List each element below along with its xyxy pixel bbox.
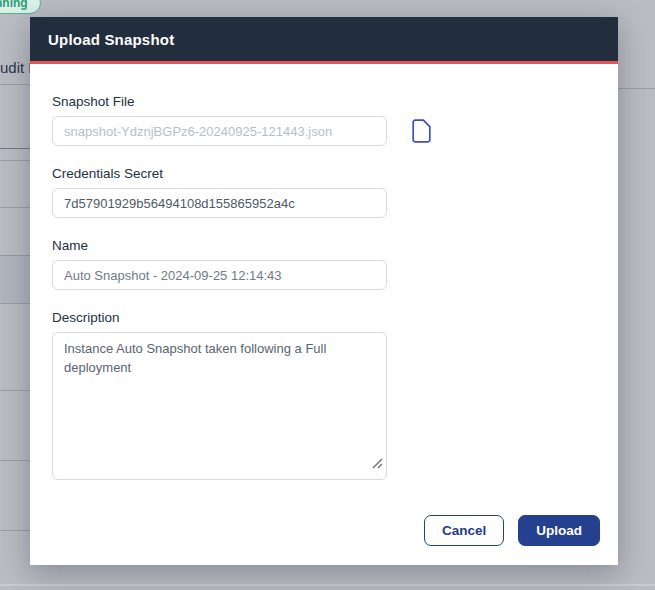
description-label: Description [52,310,596,325]
file-icon[interactable] [412,119,431,143]
snapshot-file-row [52,116,596,146]
background-table-row-divider [0,207,30,208]
modal-body: Snapshot File Credentials Secret Name De… [30,64,618,484]
name-input[interactable] [52,260,387,290]
modal-title: Upload Snapshot [48,31,174,48]
background-table-row-highlight [0,255,30,303]
background-footer-divider [0,584,655,586]
name-label: Name [52,238,596,253]
upload-snapshot-modal: Upload Snapshot Snapshot File Credential… [30,17,618,565]
background-table-row-divider [618,88,655,89]
snapshot-file-label: Snapshot File [52,94,596,109]
background-table-row-divider [0,255,30,256]
modal-footer: Cancel Upload [424,515,600,547]
description-textarea[interactable]: Instance Auto Snapshot taken following a… [52,332,387,480]
credentials-secret-input[interactable] [52,188,387,218]
background-table-row-divider [0,160,30,161]
credentials-secret-label: Credentials Secret [52,166,596,181]
upload-button[interactable]: Upload [518,515,600,547]
snapshot-file-input[interactable] [52,116,387,146]
background-table-row-divider [0,303,30,304]
background-table-header-divider [0,148,30,149]
background-table-row-divider [0,84,30,85]
resize-handle-icon[interactable] [372,455,383,473]
modal-header: Upload Snapshot [30,17,618,61]
screen: running udit L Upload Snapshot Snapshot … [0,0,655,590]
status-badge: running [0,0,41,14]
background-table-row-divider [0,460,30,461]
background-table-row-divider [0,390,30,391]
background-table-row-divider [0,530,30,531]
cancel-button[interactable]: Cancel [424,515,504,547]
description-wrapper: Instance Auto Snapshot taken following a… [52,332,387,480]
